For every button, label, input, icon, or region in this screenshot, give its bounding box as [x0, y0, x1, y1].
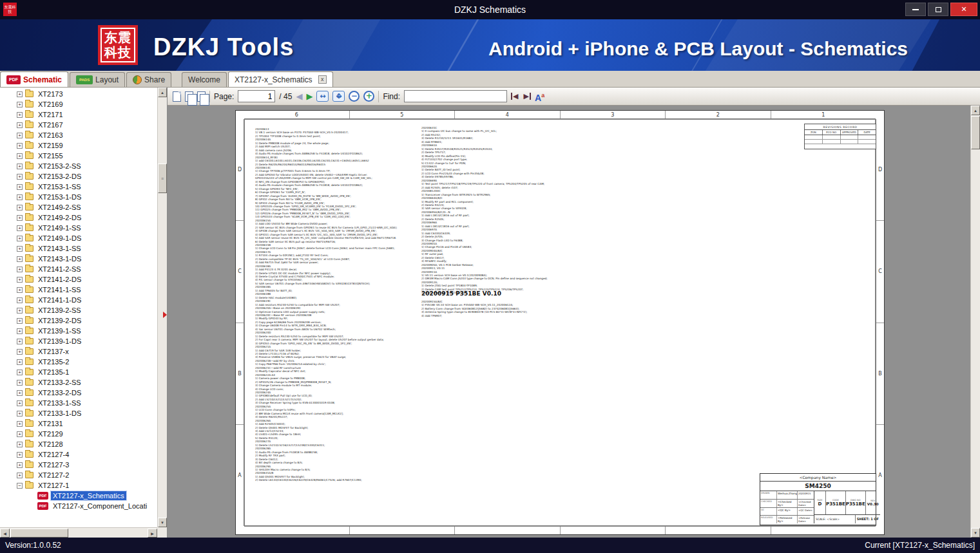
- tree-folder-item[interactable]: + XT2155: [0, 151, 157, 161]
- tree-folder-item[interactable]: + XT2163: [0, 130, 157, 140]
- close-button[interactable]: ✕: [950, 3, 977, 16]
- tree-folder-item[interactable]: + XT2127-2: [0, 470, 157, 480]
- scroll-left-icon[interactable]: ◀: [0, 529, 10, 538]
- match-case-icon[interactable]: Aa: [535, 91, 544, 102]
- tree-folder-item[interactable]: + XT2128: [0, 439, 157, 449]
- expand-icon[interactable]: +: [17, 339, 23, 344]
- minimize-button[interactable]: [905, 3, 926, 16]
- continuous-pages-icon[interactable]: [197, 91, 206, 102]
- tree-folder-item[interactable]: + XT2173: [0, 89, 157, 99]
- expand-icon[interactable]: +: [17, 452, 23, 458]
- expand-icon[interactable]: +: [17, 112, 23, 118]
- tree-folder-item[interactable]: + XT2133-2-SS: [0, 377, 157, 388]
- tree-folder-item[interactable]: + XT2153-1-SS: [0, 182, 157, 192]
- find-next-icon[interactable]: ▶: [523, 93, 531, 100]
- expand-icon[interactable]: +: [17, 122, 23, 128]
- tab-schematic[interactable]: PDF Schematic: [0, 71, 68, 87]
- tree-folder-item[interactable]: + XT2149-2-DS: [0, 212, 157, 223]
- tree-folder-item[interactable]: + XT2131: [0, 418, 157, 429]
- sidebar-vertical-scrollbar[interactable]: ▲ ≡ ▼: [157, 88, 167, 527]
- find-previous-icon[interactable]: ◀: [511, 93, 519, 100]
- tree-folder-item[interactable]: + XT2153-1-DS: [0, 192, 157, 202]
- single-page-icon[interactable]: [173, 91, 181, 102]
- tree-folder-item[interactable]: + XT2139-2-SS: [0, 305, 157, 315]
- content-vertical-scrollbar[interactable]: ▲ ▼: [970, 106, 980, 538]
- expand-icon[interactable]: +: [17, 102, 23, 108]
- next-page-icon[interactable]: ▶: [306, 92, 312, 100]
- tree-folder-item[interactable]: + XT2141-2-SS: [0, 264, 157, 274]
- expand-icon[interactable]: +: [17, 256, 23, 262]
- zoom-in-icon[interactable]: +: [363, 91, 374, 102]
- expand-icon[interactable]: +: [17, 91, 23, 97]
- tree-doc-item[interactable]: PDF XT2127-x_Schematics: [0, 491, 157, 501]
- tree-folder-item-expanded[interactable]: − XT2127-1: [0, 480, 157, 491]
- expand-icon[interactable]: +: [17, 473, 23, 478]
- tree-folder-item[interactable]: + XT2135-1: [0, 367, 157, 377]
- expand-icon[interactable]: +: [17, 246, 23, 252]
- sidebar-horizontal-scrollbar[interactable]: ◀ ▶: [0, 527, 157, 538]
- expand-icon[interactable]: +: [17, 421, 23, 427]
- expand-icon[interactable]: +: [17, 349, 23, 355]
- expand-icon[interactable]: +: [17, 328, 23, 334]
- expand-icon[interactable]: +: [17, 462, 23, 468]
- tree-folder-item[interactable]: + XT2129: [0, 429, 157, 439]
- tree-folder-item[interactable]: + XT2169: [0, 99, 157, 109]
- content-scroll-up-icon[interactable]: ▲: [971, 106, 980, 115]
- content-scroll-down-icon[interactable]: ▼: [971, 528, 980, 538]
- zoom-out-icon[interactable]: −: [349, 91, 360, 102]
- fit-width-icon[interactable]: ↔: [316, 91, 329, 102]
- tree-folder-item[interactable]: + XT2167: [0, 120, 157, 130]
- expand-icon[interactable]: +: [17, 297, 23, 303]
- expand-icon[interactable]: +: [17, 318, 23, 324]
- scroll-down-icon[interactable]: ▼: [158, 518, 167, 527]
- expand-icon[interactable]: +: [17, 153, 23, 159]
- expand-icon[interactable]: +: [17, 411, 23, 417]
- tree-folder-item[interactable]: + XT2127-4: [0, 449, 157, 460]
- page-number-input[interactable]: [238, 90, 275, 102]
- document-viewport[interactable]: 654321 DCBA DCBA 20200613 1) V8.1 versio…: [168, 106, 980, 538]
- expand-icon[interactable]: +: [17, 215, 23, 221]
- tree-folder-item[interactable]: + XT2153-2-DS: [0, 171, 157, 182]
- find-input[interactable]: [404, 90, 507, 102]
- previous-page-icon[interactable]: ◀: [296, 92, 302, 100]
- pane-resize-marker-icon[interactable]: [163, 312, 167, 318]
- tab-welcome[interactable]: Welcome: [182, 72, 227, 87]
- sidebar-scroll-thumb[interactable]: ≡: [158, 164, 167, 193]
- expand-icon[interactable]: +: [17, 359, 23, 365]
- expand-icon[interactable]: +: [17, 184, 23, 190]
- tree-doc-item[interactable]: PDF XT2127-x_Component_Locati: [0, 501, 157, 511]
- tab-current-document[interactable]: XT2127-x_Schematics x: [228, 71, 333, 87]
- expand-icon[interactable]: +: [17, 308, 23, 314]
- content-scroll-thumb[interactable]: [971, 116, 980, 149]
- tree-folder-item[interactable]: + XT2133-1-DS: [0, 408, 157, 418]
- tree-folder-item[interactable]: + XT2141-2-DS: [0, 274, 157, 285]
- expand-icon[interactable]: +: [17, 194, 23, 200]
- maximize-button[interactable]: [928, 3, 948, 16]
- tree-folder-item[interactable]: + XT2139-2-DS: [0, 315, 157, 326]
- expand-icon[interactable]: +: [17, 400, 23, 406]
- tab-close-icon[interactable]: x: [318, 75, 327, 84]
- tab-layout[interactable]: PADS Layout: [70, 72, 125, 87]
- tree-folder-item[interactable]: + XT2139-1-SS: [0, 326, 157, 336]
- facing-pages-icon[interactable]: [185, 91, 193, 102]
- tree-folder-item[interactable]: + XT2153-2-SS: [0, 161, 157, 171]
- tree-folder-item[interactable]: + XT2141-1-DS: [0, 295, 157, 305]
- expand-icon[interactable]: +: [17, 164, 23, 169]
- expand-icon[interactable]: +: [17, 133, 23, 138]
- tree-folder-item[interactable]: + XT2135-2: [0, 357, 157, 367]
- fit-page-icon[interactable]: ↔↕: [332, 91, 345, 102]
- expand-icon[interactable]: +: [17, 174, 23, 180]
- expand-icon[interactable]: +: [17, 442, 23, 447]
- expand-icon[interactable]: +: [17, 287, 23, 293]
- tree-folder-item[interactable]: + XT2143-1-SS: [0, 243, 157, 254]
- expand-icon[interactable]: +: [17, 431, 23, 437]
- expand-icon[interactable]: +: [17, 390, 23, 396]
- collapse-icon[interactable]: −: [17, 483, 23, 489]
- tab-share[interactable]: Share: [126, 72, 171, 87]
- expand-icon[interactable]: +: [17, 380, 23, 386]
- tree-folder-item[interactable]: + XT2143-1-DS: [0, 254, 157, 264]
- tree-folder-item[interactable]: + XT2133-1-SS: [0, 398, 157, 408]
- expand-icon[interactable]: +: [17, 205, 23, 211]
- tree-folder-item[interactable]: + XT2133-2-DS: [0, 388, 157, 398]
- expand-icon[interactable]: +: [17, 267, 23, 272]
